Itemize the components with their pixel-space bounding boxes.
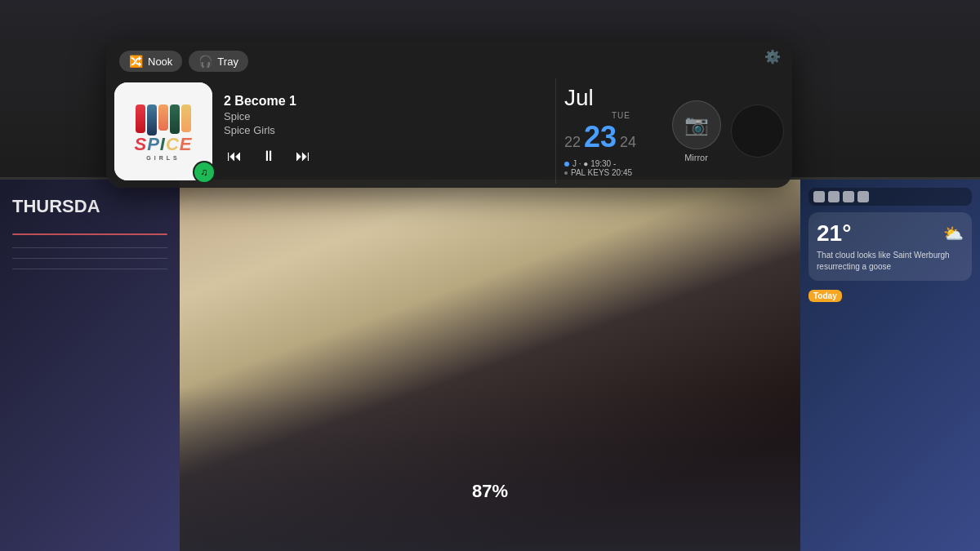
right-screen-widgets: 21° ⛅ That cloud looks like Saint Werbur… [800, 180, 980, 551]
mirror-widget[interactable]: 📷 Mirror [662, 94, 731, 169]
nook-button[interactable]: 🔀 Nook [119, 51, 182, 72]
calendar-day-label: THURSDA [12, 196, 167, 217]
prev-button[interactable]: ⏮ [224, 144, 245, 168]
today-badge: Today [808, 290, 842, 302]
widget-icon-4 [858, 191, 869, 202]
schedule-item-2: PAL KEYS 20:45 [564, 168, 653, 177]
widget-bar: ⚙️ 🔀 Nook 🎧 Tray [106, 41, 792, 188]
letter-p: P [147, 134, 160, 154]
tray-icon: 🎧 [198, 55, 212, 68]
bottom-area [180, 388, 800, 551]
schedule-dot-2 [564, 171, 568, 175]
today-badge-container: Today [808, 287, 972, 305]
nook-icon: 🔀 [129, 55, 143, 68]
letter-e: E [180, 134, 193, 154]
spotify-badge: ♫ [193, 161, 216, 184]
date-month: Jul [564, 85, 594, 111]
calendar-divider-2 [12, 258, 167, 259]
schedule-item-1: J · ● 19:30 - [564, 159, 653, 168]
schedule-text-2: PAL KEYS 20:45 [571, 168, 632, 177]
widget-icon-1 [813, 191, 825, 202]
calendar-divider-3 [12, 269, 167, 269]
schedule-area: J · ● 19:30 - PAL KEYS 20:45 [564, 159, 653, 177]
letter-s: S [134, 134, 147, 154]
track-title: 2 Become 1 [224, 94, 544, 109]
schedule-text-1: J · ● 19:30 - [572, 159, 616, 168]
weather-description: That cloud looks like Saint Werburgh res… [817, 250, 964, 273]
widget-content-area: SPICE GIRLS ♫ 2 Become 1 Spice Spice Gir… [106, 78, 792, 193]
spice-text: SPICE [134, 136, 192, 153]
letter-i: I [160, 134, 166, 154]
playback-controls: ⏮ ⏸ ⏭ [224, 144, 544, 168]
album-art-container: SPICE GIRLS ♫ [114, 82, 212, 180]
weather-widget: 21° ⛅ That cloud looks like Saint Werbur… [808, 212, 972, 281]
progress-percentage: 87% [472, 481, 508, 502]
right-top-bar [808, 188, 972, 206]
date-widget: Jul TUE 22 23 24 J · ● 19:30 - PAL KEYS … [555, 78, 662, 184]
date-prev-day: 22 [564, 134, 581, 151]
dark-circle-control[interactable] [731, 104, 784, 158]
mirror-circle: 📷 [672, 100, 721, 149]
calendar-event-bar [12, 233, 167, 235]
play-pause-button[interactable]: ⏸ [258, 144, 279, 168]
date-top-row: Jul TUE 22 23 24 [564, 85, 653, 154]
figure-5 [181, 104, 191, 132]
calendar-divider-1 [12, 247, 167, 248]
left-screen-calendar: THURSDA [0, 180, 180, 551]
date-current-day: 23 [584, 120, 617, 154]
spotify-icon: ♫ [201, 167, 208, 178]
date-month-row: Jul [564, 85, 653, 111]
figure-3 [158, 104, 168, 131]
settings-gear-icon[interactable]: ⚙️ [764, 49, 781, 64]
schedule-dot-1 [564, 162, 569, 167]
nav-buttons-row: 🔀 Nook 🎧 Tray [106, 41, 792, 78]
date-next-day: 24 [620, 134, 636, 151]
tray-button[interactable]: 🎧 Tray [189, 51, 248, 72]
weather-icon: ⛅ [943, 224, 964, 243]
date-numbers: 22 23 24 [564, 120, 653, 154]
camera-icon: 📷 [684, 113, 709, 136]
next-button[interactable]: ⏭ [292, 144, 314, 168]
figure-2 [147, 104, 157, 136]
track-artist: Spice Girls [224, 124, 544, 136]
date-day-label: TUE [589, 111, 653, 120]
tray-label: Tray [217, 56, 238, 68]
mirror-label: Mirror [684, 153, 708, 162]
spice-subtitle: GIRLS [146, 155, 180, 161]
track-album: Spice [224, 110, 544, 122]
widget-icon-3 [843, 191, 854, 202]
nook-label: Nook [148, 56, 172, 68]
weather-temp: 21° [817, 220, 851, 247]
figure-4 [170, 104, 180, 134]
letter-c: C [166, 134, 180, 154]
widget-icon-2 [828, 191, 840, 202]
track-info: 2 Become 1 Spice Spice Girls ⏮ ⏸ ⏭ [212, 94, 555, 168]
figure-1 [136, 104, 145, 133]
spice-figures [136, 104, 191, 136]
